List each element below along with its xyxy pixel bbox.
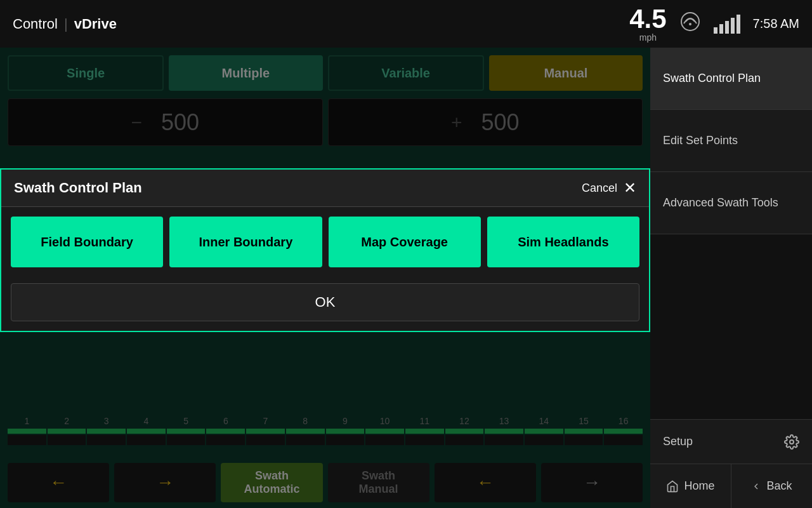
sidebar-home-back: Home Back bbox=[650, 464, 812, 508]
svg-point-2 bbox=[790, 440, 794, 444]
svg-point-1 bbox=[689, 23, 691, 25]
header: Control | vDrive 4.5 mph 7:58 AM bbox=[0, 0, 812, 48]
modal-header: Swath Control Plan Cancel ✕ bbox=[1, 170, 649, 207]
sidebar-home-button[interactable]: Home bbox=[650, 464, 731, 508]
left-content: Single Multiple Variable Manual − 500 + … bbox=[0, 48, 650, 508]
speed-value: 4.5 bbox=[629, 6, 666, 32]
signal-bars-icon bbox=[714, 15, 740, 34]
sidebar-edit-set-points-label: Edit Set Points bbox=[663, 134, 738, 147]
sidebar-spacer bbox=[650, 234, 812, 419]
modal-option-inner-boundary[interactable]: Inner Boundary bbox=[169, 217, 322, 267]
modal-option-sim-headlands[interactable]: Sim Headlands bbox=[487, 217, 639, 267]
control-label: Control bbox=[13, 16, 58, 32]
modal-option-field-boundary[interactable]: Field Boundary bbox=[11, 217, 163, 267]
signal-icon bbox=[679, 11, 701, 37]
main-area: Single Multiple Variable Manual − 500 + … bbox=[0, 48, 812, 508]
home-label: Home bbox=[684, 479, 714, 493]
sidebar-setup-label: Setup bbox=[663, 435, 693, 448]
header-right: 4.5 mph 7:58 AM bbox=[629, 6, 799, 43]
sidebar-item-edit-set-points[interactable]: Edit Set Points bbox=[650, 110, 812, 172]
modal-option-map-coverage[interactable]: Map Coverage bbox=[329, 217, 481, 267]
modal-overlay: Swath Control Plan Cancel ✕ Field Bounda… bbox=[0, 48, 650, 508]
speed-unit: mph bbox=[629, 32, 666, 43]
modal-footer: OK bbox=[1, 277, 649, 331]
gear-icon bbox=[784, 434, 799, 450]
cancel-button[interactable]: Cancel ✕ bbox=[582, 179, 636, 197]
modal-title: Swath Control Plan bbox=[14, 180, 142, 196]
sidebar-back-button[interactable]: Back bbox=[731, 464, 812, 508]
cancel-label: Cancel bbox=[582, 182, 617, 195]
sidebar-swath-control-plan-label: Swath Control Plan bbox=[663, 72, 761, 85]
sidebar-item-swath-control-plan[interactable]: Swath Control Plan bbox=[650, 48, 812, 110]
home-icon bbox=[666, 480, 679, 493]
speed-display: 4.5 mph bbox=[629, 6, 666, 43]
sidebar-advanced-swath-tools-label: Advanced Swath Tools bbox=[663, 196, 778, 210]
back-chevron-icon bbox=[751, 481, 761, 491]
back-label: Back bbox=[766, 479, 792, 493]
sidebar-setup-button[interactable]: Setup bbox=[650, 419, 812, 464]
time-display: 7:58 AM bbox=[753, 17, 799, 31]
ok-button[interactable]: OK bbox=[11, 283, 639, 321]
svg-point-0 bbox=[681, 13, 699, 30]
right-sidebar: Swath Control Plan Edit Set Points Advan… bbox=[650, 48, 812, 508]
vdrive-label: vDrive bbox=[74, 16, 117, 32]
sidebar-item-advanced-swath-tools[interactable]: Advanced Swath Tools bbox=[650, 172, 812, 234]
close-icon: ✕ bbox=[624, 179, 636, 197]
header-divider: | bbox=[64, 16, 68, 32]
header-left: Control | vDrive bbox=[13, 16, 117, 32]
modal-body: Field BoundaryInner BoundaryMap Coverage… bbox=[1, 207, 649, 277]
swath-control-plan-modal: Swath Control Plan Cancel ✕ Field Bounda… bbox=[0, 168, 650, 332]
